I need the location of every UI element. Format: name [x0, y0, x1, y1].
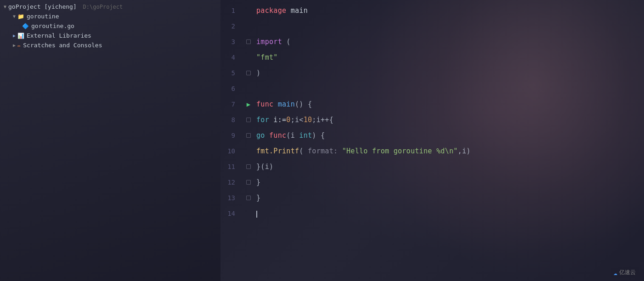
library-icon: 📊 — [17, 33, 24, 39]
cloud-icon: ☁ — [614, 269, 617, 276]
fold-icon — [246, 164, 251, 169]
line-code[interactable]: "fmt" — [254, 50, 644, 65]
line-number: 6 — [220, 81, 243, 96]
line-code[interactable]: ) — [254, 65, 644, 81]
code-line: 6 — [220, 81, 644, 96]
code-editor[interactable]: 1package main23import (4 "fmt"5)67▶func … — [220, 0, 644, 281]
code-line: 11 }(i) — [220, 159, 644, 174]
text-cursor — [256, 211, 257, 218]
fold-icon — [246, 180, 251, 185]
fold-icon — [246, 39, 251, 44]
sidebar-item-external-libraries[interactable]: ▶ 📊 External Libraries — [0, 31, 220, 40]
chevron-right-icon: ▶ — [13, 43, 16, 48]
line-code[interactable]: for i:=0;i<10;i++{ — [254, 112, 644, 128]
chevron-down-icon: ▼ — [13, 14, 16, 19]
code-line: 10 fmt.Printf( format: "Hello from gorou… — [220, 143, 644, 159]
line-code[interactable] — [254, 206, 644, 221]
go-file-icon: 🔷 — [22, 23, 29, 29]
code-line: 4 "fmt" — [220, 50, 644, 65]
sidebar-item-label: goroutine — [27, 13, 59, 20]
line-number: 3 — [220, 34, 243, 50]
scratch-icon: ✏ — [17, 42, 21, 49]
sidebar-item-project[interactable]: ▼ goProject [yicheng] D:\goProject — [0, 2, 220, 11]
folder-icon: 📁 — [17, 13, 24, 20]
fold-icon — [246, 196, 251, 200]
line-code[interactable]: package main — [254, 3, 644, 18]
chevron-down-icon: ▼ — [4, 4, 6, 9]
fold-icon — [246, 71, 251, 75]
sidebar-item-label: External Libraries — [27, 32, 91, 39]
sidebar-item-label: goroutine.go — [31, 22, 74, 29]
line-gutter — [243, 180, 254, 185]
line-number: 14 — [220, 206, 243, 221]
sidebar-item-scratches[interactable]: ▶ ✏ Scratches and Consoles — [0, 40, 220, 50]
code-line: 14 — [220, 206, 644, 221]
line-number: 5 — [220, 65, 243, 81]
line-number: 1 — [220, 3, 243, 18]
line-code[interactable]: import ( — [254, 34, 644, 50]
chevron-right-icon: ▶ — [13, 33, 16, 38]
line-gutter — [243, 71, 254, 75]
sidebar-item-goroutine-folder[interactable]: ▼ 📁 goroutine — [0, 11, 220, 21]
code-line: 3import ( — [220, 34, 644, 50]
line-code[interactable]: } — [254, 174, 644, 190]
code-line: 7▶func main() { — [220, 96, 644, 112]
code-line: 13} — [220, 190, 644, 206]
line-number: 4 — [220, 50, 243, 65]
line-code[interactable]: } — [254, 190, 644, 206]
code-line: 8 for i:=0;i<10;i++{ — [220, 112, 644, 128]
line-number: 2 — [220, 18, 243, 34]
fold-icon — [246, 118, 251, 122]
line-gutter: ▶ — [243, 96, 254, 112]
line-number: 11 — [220, 159, 243, 174]
code-line: 5) — [220, 65, 644, 81]
line-gutter — [243, 133, 254, 138]
line-code[interactable]: go func(i int) { — [254, 128, 644, 143]
code-line: 9 go func(i int) { — [220, 128, 644, 143]
line-number: 10 — [220, 143, 243, 159]
line-gutter — [243, 164, 254, 169]
line-code[interactable]: func main() { — [254, 96, 644, 112]
sidebar-item-label: Scratches and Consoles — [23, 42, 102, 49]
code-line: 12 } — [220, 174, 644, 190]
sidebar: ▼ goProject [yicheng] D:\goProject ▼ 📁 g… — [0, 0, 220, 281]
line-number: 7 — [220, 96, 243, 112]
line-code[interactable]: fmt.Printf( format: "Hello from goroutin… — [254, 143, 644, 159]
line-number: 8 — [220, 112, 243, 128]
project-label: goProject [yicheng] D:\goProject — [8, 3, 123, 10]
run-arrow-icon: ▶ — [247, 96, 250, 112]
watermark-text: 亿速云 — [619, 269, 636, 276]
code-line: 1package main — [220, 3, 644, 18]
line-gutter — [243, 39, 254, 44]
sidebar-item-goroutine-file[interactable]: 🔷 goroutine.go — [0, 21, 220, 31]
line-gutter — [243, 196, 254, 200]
line-number: 12 — [220, 174, 243, 190]
code-line: 2 — [220, 18, 644, 34]
line-code[interactable]: }(i) — [254, 159, 644, 174]
line-number: 13 — [220, 190, 243, 206]
fold-icon — [246, 133, 251, 138]
line-gutter — [243, 118, 254, 122]
line-number: 9 — [220, 128, 243, 143]
watermark: ☁ 亿速云 — [611, 268, 638, 277]
